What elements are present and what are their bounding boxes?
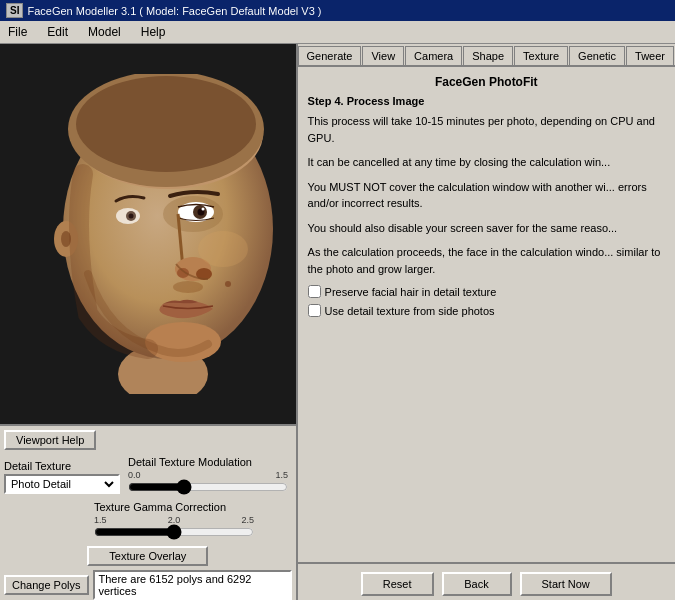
tab-genetic[interactable]: Genetic xyxy=(569,46,625,65)
title-text: FaceGen Modeller 3.1 ( Model: FaceGen De… xyxy=(27,5,321,17)
info-para-1: This process will take 10-15 minutes per… xyxy=(308,113,665,146)
step-label: Step 4. Process Image xyxy=(308,95,665,107)
detail-texture-select[interactable]: Photo Detail None Custom xyxy=(7,477,117,491)
tab-shape[interactable]: Shape xyxy=(463,46,513,65)
info-para-5: As the calculation proceeds, the face in… xyxy=(308,244,665,277)
viewport-help-button[interactable]: Viewport Help xyxy=(4,430,96,450)
svg-point-14 xyxy=(128,214,133,219)
menu-bar: File Edit Model Help xyxy=(0,21,675,44)
detail-texture-section: Detail Texture Photo Detail None Custom xyxy=(4,460,120,494)
svg-point-11 xyxy=(201,208,204,211)
svg-point-20 xyxy=(225,281,231,287)
preserve-hair-checkbox[interactable] xyxy=(308,285,321,298)
poly-info-text: There are 6152 polys and 6292 vertices xyxy=(93,570,292,600)
content-area: FaceGen PhotoFit Step 4. Process Image T… xyxy=(298,67,675,562)
svg-point-21 xyxy=(173,281,203,293)
poly-info-row: Change Polys There are 6152 polys and 62… xyxy=(4,570,292,600)
texture-overlay-button[interactable]: Texture Overlay xyxy=(87,546,208,566)
use-detail-texture-checkbox[interactable] xyxy=(308,304,321,317)
texture-overlay-row: Texture Overlay xyxy=(4,546,292,566)
gamma-section: Texture Gamma Correction 1.5 2.0 2.5 xyxy=(94,501,254,542)
viewport xyxy=(0,44,296,424)
bottom-controls: Viewport Help Detail Texture Photo Detai… xyxy=(0,424,296,600)
left-panel: Viewport Help Detail Texture Photo Detai… xyxy=(0,44,298,600)
main-layout: Viewport Help Detail Texture Photo Detai… xyxy=(0,44,675,600)
gamma-row: Texture Gamma Correction 1.5 2.0 2.5 xyxy=(4,501,292,542)
tab-camera[interactable]: Camera xyxy=(405,46,462,65)
use-detail-texture-label: Use detail texture from side photos xyxy=(325,305,495,317)
tab-texture[interactable]: Texture xyxy=(514,46,568,65)
tab-bar: Generate View Camera Shape Texture Genet… xyxy=(298,44,675,67)
start-now-button[interactable]: Start Now xyxy=(520,572,612,596)
info-para-3: You MUST NOT cover the calculation windo… xyxy=(308,179,665,212)
tab-tweer[interactable]: Tweer xyxy=(626,46,674,65)
preserve-hair-label: Preserve facial hair in detail texture xyxy=(325,286,497,298)
checkbox-row-2: Use detail texture from side photos xyxy=(308,304,665,317)
detail-texture-modulation-section: Detail Texture Modulation 0.0 1.5 xyxy=(128,456,288,497)
modulation-label: Detail Texture Modulation xyxy=(128,456,288,468)
gamma-label: Texture Gamma Correction xyxy=(94,501,254,513)
back-button[interactable]: Back xyxy=(442,572,512,596)
tab-generate[interactable]: Generate xyxy=(298,46,362,65)
reset-button[interactable]: Reset xyxy=(361,572,434,596)
panel-title: FaceGen PhotoFit xyxy=(308,75,665,89)
face-render xyxy=(0,44,296,424)
svg-point-18 xyxy=(198,231,248,267)
detail-texture-label: Detail Texture xyxy=(4,460,120,472)
menu-file[interactable]: File xyxy=(4,23,31,41)
menu-model[interactable]: Model xyxy=(84,23,125,41)
tab-view[interactable]: View xyxy=(362,46,404,65)
right-panel: Generate View Camera Shape Texture Genet… xyxy=(298,44,675,600)
detail-texture-dropdown[interactable]: Photo Detail None Custom xyxy=(4,474,120,494)
info-para-2: It can be cancelled at any time by closi… xyxy=(308,154,665,171)
action-buttons: Reset Back Start Now xyxy=(298,562,675,600)
gamma-slider[interactable] xyxy=(94,525,254,539)
svg-point-4 xyxy=(76,76,256,172)
menu-edit[interactable]: Edit xyxy=(43,23,72,41)
title-bar: SI FaceGen Modeller 3.1 ( Model: FaceGen… xyxy=(0,0,675,21)
checkbox-row-1: Preserve facial hair in detail texture xyxy=(308,285,665,298)
app-icon: SI xyxy=(6,3,23,18)
info-para-4: You should also disable your screen save… xyxy=(308,220,665,237)
modulation-slider[interactable] xyxy=(128,480,288,494)
detail-texture-row: Detail Texture Photo Detail None Custom … xyxy=(4,456,292,497)
change-polys-button[interactable]: Change Polys xyxy=(4,575,89,595)
menu-help[interactable]: Help xyxy=(137,23,170,41)
